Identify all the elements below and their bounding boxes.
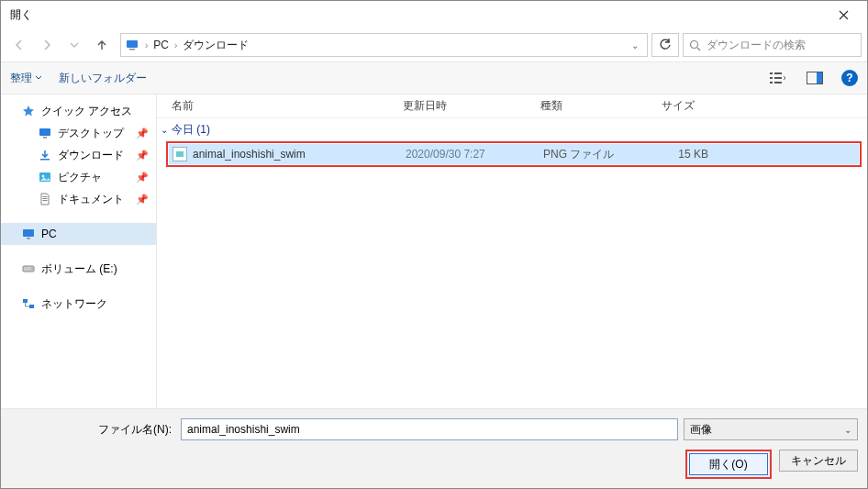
breadcrumb-sep-icon: › <box>145 40 148 50</box>
filename-input[interactable] <box>181 418 678 440</box>
nav-downloads[interactable]: ダウンロード 📌 <box>1 144 156 166</box>
svg-point-2 <box>691 40 698 48</box>
chevron-down-icon: ⌄ <box>844 425 851 435</box>
open-file-dialog: 開く › PC › ダウンロード ⌄ <box>0 0 868 489</box>
organize-label: 整理 <box>10 71 32 86</box>
column-header-date[interactable]: 更新日時 <box>397 98 535 114</box>
column-header-name[interactable]: 名前 <box>166 98 397 114</box>
filename-label: ファイル名(N): <box>10 422 175 438</box>
svg-rect-20 <box>27 238 30 239</box>
svg-rect-7 <box>774 77 782 79</box>
filter-label: 画像 <box>690 422 712 438</box>
svg-rect-3 <box>770 72 773 74</box>
nav-label: ボリューム (E:) <box>41 261 117 277</box>
open-label: 開く(O) <box>709 457 747 472</box>
list-view-icon <box>770 72 786 84</box>
navigation-row: › PC › ダウンロード ⌄ ダウンロードの検索 <box>1 28 867 61</box>
svg-rect-19 <box>23 229 34 237</box>
file-list: 名前 更新日時 種類 サイズ ⌄ 今日 (1) animal_inoshishi… <box>157 94 867 408</box>
nav-documents[interactable]: ドキュメント 📌 <box>1 188 156 210</box>
forward-button[interactable] <box>34 33 60 57</box>
close-icon <box>839 10 849 20</box>
breadcrumb-sep-icon: › <box>174 40 177 50</box>
svg-rect-4 <box>770 77 773 79</box>
cancel-button[interactable]: キャンセル <box>779 450 858 472</box>
help-button[interactable]: ? <box>841 70 858 86</box>
breadcrumb-folder[interactable]: ダウンロード <box>183 38 249 53</box>
network-icon <box>21 296 36 311</box>
up-button[interactable] <box>89 33 115 57</box>
svg-rect-24 <box>29 305 34 308</box>
address-dropdown[interactable]: ⌄ <box>627 40 643 50</box>
dialog-title: 開く <box>6 7 32 23</box>
nav-label: デスクトップ <box>58 126 124 141</box>
svg-rect-0 <box>127 40 138 48</box>
nav-pc[interactable]: PC <box>1 223 156 245</box>
nav-label: ネットワーク <box>41 296 107 312</box>
nav-volume-e[interactable]: ボリューム (E:) <box>1 258 156 280</box>
nav-label: ピクチャ <box>58 170 102 185</box>
organize-button[interactable]: 整理 <box>10 71 42 86</box>
column-header-type[interactable]: 種類 <box>535 98 636 114</box>
nav-tree: クイック アクセス デスクトップ 📌 ダウンロード 📌 ピクチャ 📌 ドキュメン… <box>1 94 157 408</box>
new-folder-label: 新しいフォルダー <box>59 71 147 86</box>
file-type: PNG ファイル <box>543 147 644 162</box>
recent-button[interactable] <box>61 33 87 57</box>
image-file-icon <box>172 147 187 161</box>
footer: ファイル名(N): 画像 ⌄ 開く(O) キャンセル <box>1 408 867 488</box>
chevron-down-icon <box>70 40 79 50</box>
search-input[interactable]: ダウンロードの検索 <box>683 33 862 57</box>
refresh-button[interactable] <box>651 33 679 57</box>
toolbar: 整理 新しいフォルダー ? <box>1 61 867 94</box>
nav-label: ドキュメント <box>58 192 124 207</box>
nav-pictures[interactable]: ピクチャ 📌 <box>1 166 156 188</box>
svg-rect-11 <box>39 128 50 136</box>
file-type-filter[interactable]: 画像 ⌄ <box>684 418 858 440</box>
svg-rect-10 <box>817 72 822 83</box>
svg-point-15 <box>42 175 45 178</box>
svg-rect-12 <box>43 137 47 139</box>
nav-label: クイック アクセス <box>41 104 132 119</box>
nav-network[interactable]: ネットワーク <box>1 293 156 315</box>
nav-desktop[interactable]: デスクトップ 📌 <box>1 122 156 144</box>
svg-rect-6 <box>774 72 782 74</box>
highlighted-file-marker: animal_inoshishi_swim 2020/09/30 7:27 PN… <box>166 141 862 167</box>
back-button[interactable] <box>6 33 32 57</box>
svg-rect-16 <box>43 196 48 197</box>
chevron-down-icon <box>35 74 42 82</box>
pin-icon: 📌 <box>136 128 149 139</box>
open-button[interactable]: 開く(O) <box>689 453 768 475</box>
body: クイック アクセス デスクトップ 📌 ダウンロード 📌 ピクチャ 📌 ドキュメン… <box>1 94 867 408</box>
column-header-row: 名前 更新日時 種類 サイズ <box>157 94 867 118</box>
svg-point-22 <box>31 268 33 270</box>
breadcrumb-root[interactable]: PC <box>153 39 169 51</box>
group-header-today[interactable]: ⌄ 今日 (1) <box>157 118 867 140</box>
picture-icon <box>38 170 52 184</box>
pin-icon: 📌 <box>136 194 149 206</box>
file-size: 15 KB <box>644 148 708 161</box>
file-name: animal_inoshishi_swim <box>193 148 406 161</box>
refresh-icon <box>659 39 672 51</box>
arrow-left-icon <box>13 39 26 51</box>
file-date: 2020/09/30 7:27 <box>406 148 543 161</box>
svg-rect-13 <box>40 159 50 161</box>
svg-rect-23 <box>23 299 28 303</box>
pin-icon: 📌 <box>136 150 149 161</box>
address-bar[interactable]: › PC › ダウンロード ⌄ <box>120 33 648 57</box>
view-options-button[interactable] <box>768 68 788 88</box>
column-header-size[interactable]: サイズ <box>636 98 700 114</box>
chevron-down-icon: ⌄ <box>161 125 168 135</box>
new-folder-button[interactable]: 新しいフォルダー <box>59 71 147 86</box>
search-placeholder: ダウンロードの検索 <box>707 38 806 53</box>
preview-pane-button[interactable] <box>805 68 825 88</box>
titlebar: 開く <box>1 1 867 28</box>
file-row[interactable]: animal_inoshishi_swim 2020/09/30 7:27 PN… <box>169 144 859 164</box>
arrow-right-icon <box>40 39 53 51</box>
close-button[interactable] <box>825 2 862 28</box>
search-icon <box>689 39 701 51</box>
svg-rect-5 <box>770 82 773 83</box>
nav-quick-access[interactable]: クイック アクセス <box>1 100 156 122</box>
nav-label: PC <box>41 228 57 240</box>
desktop-icon <box>38 126 52 140</box>
star-icon <box>21 104 36 118</box>
